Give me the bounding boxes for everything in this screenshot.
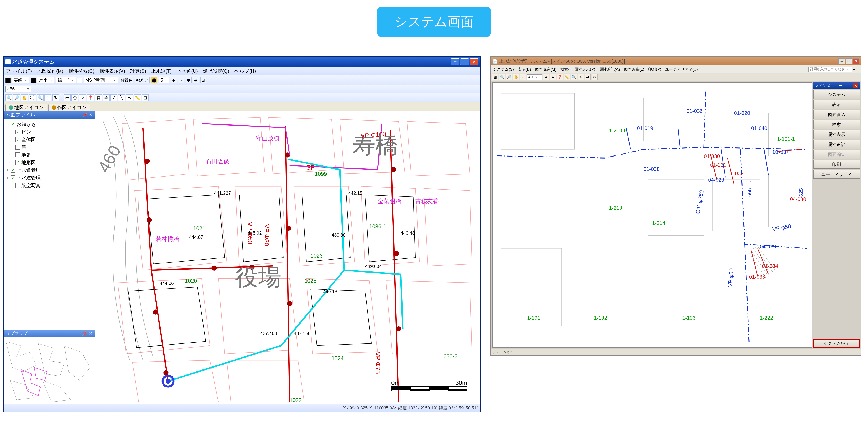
layers-icon[interactable]: ▦ <box>492 74 498 80</box>
search-icon[interactable]: 🔍 <box>37 94 43 101</box>
measure-icon[interactable]: 📏 <box>134 94 141 101</box>
checkbox[interactable]: ✓ <box>16 137 20 142</box>
submap-head[interactable]: サブマップ 📌 ✕ <box>4 330 95 337</box>
info-icon[interactable]: ℹ <box>44 94 52 101</box>
font-select[interactable]: MS P明朝 <box>84 77 118 84</box>
layer-select[interactable]: 456 <box>5 86 31 92</box>
checkbox[interactable] <box>16 145 20 150</box>
system-exit-button[interactable]: システム終了 <box>813 339 860 348</box>
maximize-button[interactable]: ❐ <box>460 58 469 65</box>
search-icon[interactable]: 🔍 <box>571 74 577 80</box>
home-icon[interactable]: ⌂ <box>520 74 526 80</box>
tree-item[interactable]: ✓ピン <box>10 128 93 136</box>
circle-icon[interactable]: ○ <box>79 94 86 101</box>
tree-item[interactable]: ✓お絵かき <box>5 121 93 128</box>
text-sample-button[interactable]: Aaあア <box>135 77 150 83</box>
tool-icon-2[interactable]: ✦ <box>178 77 184 83</box>
menu-system[interactable]: システム(S) <box>493 67 514 72</box>
menu-attr-add[interactable]: 属性追記(A) <box>599 67 620 72</box>
tree-item[interactable]: +✓下水道管理 <box>5 174 93 182</box>
menu-load-drawing[interactable]: 図面読込(M) <box>535 67 556 72</box>
pin-icon[interactable]: 📌 ✕ <box>82 331 92 336</box>
zoom-in-icon[interactable]: 🔍 <box>5 94 12 101</box>
draw-line-icon[interactable]: ╱ <box>111 94 117 101</box>
menu-file[interactable]: ファイル(F) <box>6 68 32 74</box>
menu-settings[interactable]: 環境設定(Q) <box>203 68 229 74</box>
menu-edit-drawing[interactable]: 図面編集(L) <box>624 67 644 72</box>
pan-icon[interactable]: ✋ <box>513 74 519 80</box>
draw-icon[interactable]: ✎ <box>578 74 584 80</box>
layers-icon[interactable]: ▦ <box>95 94 102 101</box>
zoom-in-icon[interactable]: 🔍 <box>499 74 505 80</box>
pan-icon[interactable]: ✋ <box>21 94 28 101</box>
checkbox[interactable] <box>16 183 20 188</box>
menu-button[interactable]: 属性追記 <box>813 140 860 149</box>
maximize-button[interactable]: ❐ <box>846 58 852 64</box>
map-canvas[interactable]: 460 <box>95 111 480 404</box>
menu-water-supply[interactable]: 上水道(T) <box>151 68 172 74</box>
menu-button[interactable]: 検索 <box>813 120 860 129</box>
layer-tree[interactable]: ✓お絵かき✓ピン✓全体図筆地番✓地形図+✓上水道管理+✓下水道管理航空写真 <box>4 119 95 330</box>
minimize-button[interactable]: ━ <box>451 58 459 65</box>
menu-map-ops[interactable]: 地図操作(M) <box>37 68 63 74</box>
minimize-button[interactable]: ━ <box>838 58 845 64</box>
tool-icon-5[interactable]: ⊡ <box>200 77 206 83</box>
tree-item[interactable]: 航空写真 <box>10 182 93 189</box>
tree-item[interactable]: ✓全体図 <box>10 136 93 143</box>
color-swatch[interactable] <box>5 78 11 83</box>
refresh-icon[interactable]: ↻ <box>52 94 59 101</box>
zoom-fit-icon[interactable]: ⊡ <box>142 94 149 101</box>
tree-item[interactable]: 筆 <box>10 143 93 151</box>
menu-button[interactable]: 表示 <box>813 100 860 109</box>
menu-utility[interactable]: ユーティリティ(U) <box>665 67 698 72</box>
help-search-input[interactable]: 質問を入力してください <box>808 67 852 72</box>
menu-button[interactable]: 図面読込 <box>813 110 860 119</box>
menu-button[interactable]: 属性表示 <box>813 130 860 139</box>
line-style-select[interactable]: 実線 <box>12 77 29 84</box>
checkbox[interactable]: ✓ <box>16 130 20 134</box>
close-button[interactable]: ✕ <box>470 58 478 65</box>
menu-button[interactable]: ユーティリティ <box>813 170 860 179</box>
print-icon[interactable]: 🖶 <box>103 94 110 101</box>
checkbox[interactable] <box>16 153 20 157</box>
menu-display[interactable]: 表示(D) <box>518 67 531 72</box>
prev-icon[interactable]: ◀ <box>543 74 549 80</box>
tool-icon[interactable]: ⚙ <box>592 74 598 80</box>
titlebar[interactable]: 📄 上水道施設管理システム - [メインSub : OCX Version 6.… <box>491 57 861 65</box>
tab-map-icons[interactable]: 地図アイコン <box>5 104 47 111</box>
menu-sewer[interactable]: 下水道(U) <box>177 68 198 74</box>
dropdown-icon[interactable]: ▾ <box>853 67 855 72</box>
polygon-icon[interactable]: ⬠ <box>71 94 78 101</box>
tree-item[interactable]: ✓地形図 <box>10 159 93 166</box>
menu-help[interactable]: ヘルプ(H) <box>235 68 256 74</box>
tool-icon-3[interactable]: ✱ <box>186 77 192 83</box>
scale-combo[interactable]: 420 <box>527 74 542 80</box>
zoom-out-icon[interactable]: 🔎 <box>506 74 512 80</box>
fill-mode-select[interactable]: 線・面 <box>56 77 76 84</box>
next-icon[interactable]: ▶ <box>550 74 556 80</box>
layer-panel-head[interactable]: 地図ファイル 📌 ✕ <box>4 111 95 119</box>
titlebar[interactable]: 水道管理システム ━ ❐ ✕ <box>4 57 480 67</box>
menu-attr-display[interactable]: 属性表示(V) <box>100 68 125 74</box>
menu-print[interactable]: 印刷(P) <box>648 67 661 72</box>
menu-search[interactable]: 検索○ <box>560 67 570 72</box>
menu-button[interactable]: システム <box>813 90 860 99</box>
map-canvas[interactable]: 1-210-5 1-210 1-214 1-191 1-192 1-193 1-… <box>492 83 812 348</box>
menu-attr-search[interactable]: 属性検索(C) <box>69 68 94 74</box>
menu-button[interactable]: 印刷 <box>813 160 860 169</box>
select-icon[interactable]: ▭ <box>64 94 70 101</box>
zoom-out-icon[interactable]: 🔎 <box>13 94 20 101</box>
menu-calc[interactable]: 計算(S) <box>130 68 146 74</box>
measure-icon[interactable]: 📏 <box>564 74 570 80</box>
info-icon[interactable]: ❓ <box>557 74 563 80</box>
pin-icon[interactable]: 📌 ✕ <box>82 112 92 118</box>
submap[interactable] <box>4 337 95 404</box>
color-swatch-2[interactable] <box>31 78 36 83</box>
checkbox[interactable]: ✓ <box>16 160 20 165</box>
checkbox[interactable]: ✓ <box>11 168 16 173</box>
tree-item[interactable]: 地番 <box>10 151 93 159</box>
menu-attr-display[interactable]: 属性表示(P) <box>575 67 595 72</box>
warning-icon[interactable]: ⬤ <box>151 77 157 83</box>
checkbox[interactable]: ✓ <box>11 175 16 180</box>
tool-icon-4[interactable]: ◉ <box>193 77 199 83</box>
